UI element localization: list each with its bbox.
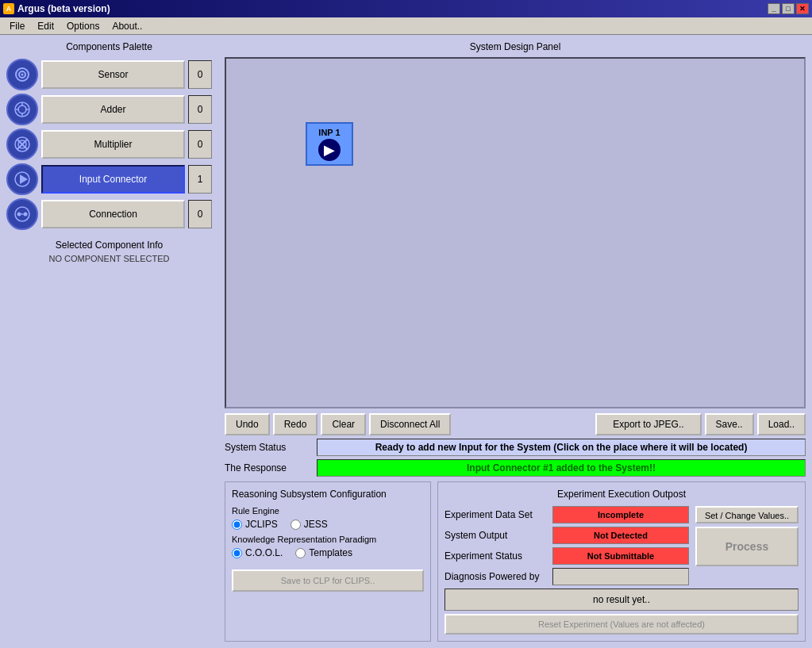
- multiplier-count: 0: [188, 130, 212, 159]
- window-controls: _ □ ✕: [768, 3, 809, 14]
- input-connector-block[interactable]: INP 1 ▶: [306, 122, 353, 166]
- palette-title: Components Palette: [6, 41, 212, 52]
- title-bar: A Argus (beta version) _ □ ✕: [0, 0, 812, 17]
- app-icon: A: [3, 3, 14, 14]
- system-status-label: System Status: [225, 442, 312, 453]
- component-row-multiplier: Multiplier 0: [6, 128, 212, 160]
- reasoning-box: Reasoning Subsystem Configuration Rule E…: [225, 481, 431, 642]
- exp-diagnosis-row: Diagnosis Powered by: [444, 568, 689, 585]
- templates-option[interactable]: Templates: [295, 547, 352, 558]
- bottom-section: Reasoning Subsystem Configuration Rule E…: [225, 481, 806, 642]
- jclips-radio[interactable]: [232, 520, 242, 530]
- close-button[interactable]: ✕: [796, 3, 809, 14]
- input-connector-count: 1: [188, 165, 212, 194]
- menu-file[interactable]: File: [3, 19, 31, 33]
- exp-output-value: Not Detected: [552, 527, 689, 544]
- rule-engine-title: Rule Engine: [232, 506, 424, 516]
- cool-option[interactable]: C.O.O.L.: [232, 547, 283, 558]
- connection-count: 0: [188, 200, 212, 228]
- sensor-count: 0: [188, 60, 212, 89]
- result-bar: no result yet..: [444, 589, 799, 611]
- adder-count: 0: [188, 95, 212, 124]
- exp-output-label: System Output: [444, 530, 548, 541]
- exp-status-value: Not Submittable: [552, 547, 689, 565]
- right-panel: System Design Panel INP 1 ▶ Undo Redo Cl…: [218, 35, 812, 648]
- svg-point-4: [18, 105, 26, 113]
- selected-info-value: NO COMPONENT SELECTED: [6, 254, 212, 263]
- menu-bar: File Edit Options About..: [0, 17, 812, 35]
- jess-label: JESS: [304, 519, 328, 530]
- disconnect-button[interactable]: Disconnect All: [369, 413, 451, 435]
- rule-engine-options: JCLIPS JESS: [232, 519, 424, 530]
- clear-button[interactable]: Clear: [321, 413, 366, 435]
- svg-point-17: [24, 213, 28, 217]
- component-row-sensor: Sensor 0: [6, 59, 212, 90]
- save-button[interactable]: Save..: [705, 413, 754, 435]
- redo-button[interactable]: Redo: [273, 413, 318, 435]
- component-row-connection: Connection 0: [6, 198, 212, 230]
- menu-options[interactable]: Options: [60, 19, 106, 33]
- adder-icon: [6, 94, 38, 125]
- experiment-box: Experiment Execution Outpost Experiment …: [437, 481, 806, 642]
- response-bar: Input Connector #1 added to the System!!: [317, 459, 806, 477]
- multiplier-button[interactable]: Multiplier: [41, 130, 185, 159]
- save-clp-button[interactable]: Save to CLP for CLIPS..: [232, 569, 424, 592]
- undo-button[interactable]: Undo: [225, 413, 270, 435]
- design-canvas[interactable]: INP 1 ▶: [225, 57, 806, 408]
- cool-label: C.O.O.L.: [245, 547, 283, 558]
- set-change-button[interactable]: Set / Change Values..: [695, 506, 799, 523]
- main-content: Components Palette Sensor 0: [0, 35, 812, 648]
- process-button[interactable]: Process: [695, 527, 799, 566]
- exp-output-row: System Output Not Detected: [444, 527, 689, 544]
- jess-option[interactable]: JESS: [291, 519, 328, 530]
- sensor-button[interactable]: Sensor: [41, 60, 185, 89]
- templates-radio[interactable]: [295, 548, 306, 558]
- exp-status-label: Experiment Status: [444, 550, 548, 562]
- reasoning-title: Reasoning Subsystem Configuration: [232, 489, 424, 500]
- connection-button[interactable]: Connection: [41, 200, 185, 228]
- adder-button[interactable]: Adder: [41, 95, 185, 124]
- exp-diagnosis-label: Diagnosis Powered by: [444, 571, 548, 582]
- cool-radio[interactable]: [232, 548, 242, 558]
- jclips-label: JCLIPS: [245, 519, 278, 530]
- response-label: The Response: [225, 462, 312, 474]
- input-connector-icon: [6, 163, 38, 195]
- component-row-adder: Adder 0: [6, 94, 212, 125]
- toolbar: Undo Redo Clear Disconnect All Export to…: [225, 413, 806, 435]
- krp-title: Knowledge Representation Paradigm: [232, 535, 424, 544]
- input-connector-button[interactable]: Input Connector: [41, 165, 185, 194]
- response-row: The Response Input Connector #1 added to…: [225, 459, 806, 477]
- export-button[interactable]: Export to JPEG..: [595, 413, 701, 435]
- svg-marker-14: [20, 174, 28, 184]
- menu-edit[interactable]: Edit: [31, 19, 60, 33]
- krp-options: C.O.O.L. Templates: [232, 547, 424, 558]
- window-title: Argus (beta version): [17, 3, 110, 14]
- experiment-title: Experiment Execution Outpost: [444, 489, 799, 500]
- minimize-button[interactable]: _: [768, 3, 780, 14]
- exp-dataset-label: Experiment Data Set: [444, 509, 548, 520]
- left-panel: Components Palette Sensor 0: [0, 35, 218, 648]
- design-panel-title: System Design Panel: [225, 41, 806, 52]
- multiplier-icon: [6, 128, 38, 160]
- svg-point-16: [17, 213, 21, 217]
- connection-icon: [6, 198, 38, 230]
- component-row-input-connector: Input Connector 1: [6, 163, 212, 195]
- maximize-button[interactable]: □: [782, 3, 795, 14]
- system-status-row: System Status Ready to add new Input for…: [225, 439, 806, 456]
- jclips-option[interactable]: JCLIPS: [232, 519, 278, 530]
- system-status-bar: Ready to add new Input for the System (C…: [317, 439, 806, 456]
- exp-dataset-value: Incomplete: [552, 506, 689, 523]
- sensor-icon: [6, 59, 38, 90]
- inp-arrow-icon: ▶: [318, 139, 341, 161]
- exp-diagnosis-field[interactable]: [552, 568, 689, 585]
- selected-component-info: Selected Component Info NO COMPONENT SEL…: [6, 240, 212, 263]
- load-button[interactable]: Load..: [757, 413, 806, 435]
- exp-status-row: Experiment Status Not Submittable: [444, 547, 689, 565]
- templates-label: Templates: [309, 547, 352, 558]
- svg-point-2: [21, 74, 24, 76]
- selected-info-title: Selected Component Info: [6, 240, 212, 251]
- menu-about[interactable]: About..: [106, 19, 148, 33]
- inp-block-label: INP 1: [318, 128, 340, 137]
- reset-button[interactable]: Reset Experiment (Values are not affecte…: [444, 614, 799, 635]
- jess-radio[interactable]: [291, 520, 301, 530]
